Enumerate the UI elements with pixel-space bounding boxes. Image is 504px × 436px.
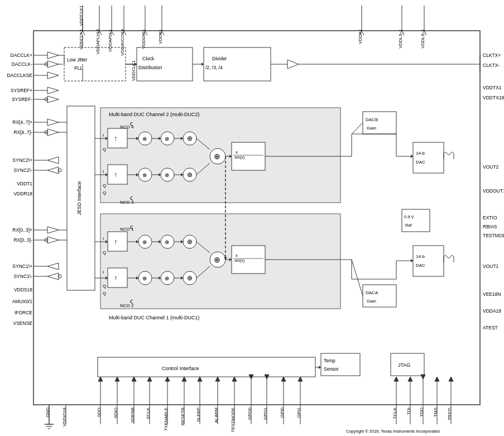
svg-text:⊕: ⊕ xyxy=(187,171,193,179)
svg-text:⊕: ⊕ xyxy=(187,135,193,142)
svg-rect-181 xyxy=(321,353,360,376)
pin-gpi1: GPI1 xyxy=(296,407,301,418)
pin-sync2-plus: SYNC2\+ xyxy=(12,157,32,163)
pin-gnd: GND xyxy=(45,408,50,418)
pin-sync1-minus: SYNC1\- xyxy=(13,274,32,279)
pin-vee18n: VEE18N xyxy=(483,291,501,297)
svg-text:Q: Q xyxy=(103,147,106,152)
dac14b-top-label2: DAC xyxy=(416,160,425,165)
pin-vsense: VSENSE xyxy=(13,320,33,326)
pin-vout2: VOUT2 xyxy=(483,164,499,170)
svg-text:Q: Q xyxy=(103,291,106,296)
pin-vdds18: VDDS18 xyxy=(14,287,32,293)
pin-vdda18: VDDA18 xyxy=(483,308,501,314)
ref-09v-label1: 0.9 V xyxy=(404,214,414,219)
svg-rect-96 xyxy=(108,128,127,148)
pin-rbias: RBIAS xyxy=(483,224,497,229)
svg-text:VDDAPLL1: VDDAPLL1 xyxy=(108,28,113,51)
dacb-gain-label: DACB xyxy=(366,117,378,122)
pin-dacclkse: DACCLKSE xyxy=(7,73,32,78)
control-interface-label: Control Interface xyxy=(162,366,199,371)
pin-clktx-minus: CLKTX- xyxy=(483,63,500,68)
duc2-title: Multi-band DUC Channel 2 (multi-DUC2) xyxy=(109,112,200,117)
svg-text:Q: Q xyxy=(103,183,106,188)
svg-rect-123 xyxy=(108,268,127,288)
svg-text:ς: ς xyxy=(130,223,133,230)
svg-text:I: I xyxy=(103,133,104,138)
pin-tdo: TDO xyxy=(419,408,424,417)
svg-rect-180 xyxy=(98,357,315,377)
pin-vddtx1: VDDTX1 xyxy=(483,85,502,90)
svg-text:VDDCLK1: VDDCLK1 xyxy=(131,60,136,81)
pin-testmode-bot: TESTMODE xyxy=(231,408,236,432)
svg-text:I: I xyxy=(103,169,104,174)
pin-rx47-minus: RX[4..7]- xyxy=(13,130,32,135)
sinx-top-label: x xyxy=(236,150,238,155)
svg-text:⊕: ⊕ xyxy=(214,152,220,161)
svg-text:ς: ς xyxy=(130,298,133,304)
svg-text:Gain: Gain xyxy=(367,299,376,304)
pin-sdo: SDO xyxy=(97,408,102,417)
pin-vddio18: VDDIO18 xyxy=(62,407,67,427)
svg-text:↑: ↑ xyxy=(114,274,117,282)
svg-text:Q: Q xyxy=(103,284,106,289)
pin-gpi0: GPI0 xyxy=(280,407,285,418)
svg-rect-98 xyxy=(108,165,127,184)
svg-text:Q: Q xyxy=(103,190,106,195)
pin-testmode: TESTMODE xyxy=(483,233,504,238)
svg-text:I: I xyxy=(103,236,104,241)
divider-label2: /2, /3, /4 xyxy=(205,65,223,70)
pin-vddout18: VDDOUT18 xyxy=(483,188,504,194)
pin-tms: TMS xyxy=(433,408,438,417)
pin-rx03-minus: RX[0..3]- xyxy=(13,237,32,243)
daca-gain-label: DACA xyxy=(366,290,378,295)
svg-text:↑: ↑ xyxy=(114,171,117,179)
pin-sclk: SCLK xyxy=(146,407,151,419)
svg-text:⊗: ⊗ xyxy=(142,275,147,281)
dac14b-top-label1: 14-b xyxy=(416,151,425,156)
pin-sysref-plus: SYSREF+ xyxy=(11,88,32,93)
svg-text:VDDAPLL18: VDDAPLL18 xyxy=(95,28,100,54)
pin-sdio: SDIO xyxy=(113,408,118,419)
svg-text:⊗: ⊗ xyxy=(142,172,147,178)
pin-amux: AMUX0/1 xyxy=(12,299,33,304)
dac14b-bot-label2: DAC xyxy=(416,263,425,268)
svg-text:⊗: ⊗ xyxy=(165,275,169,281)
pin-sync2-minus: SYNC2\- xyxy=(13,167,32,173)
svg-text:I: I xyxy=(103,270,104,275)
svg-text:ς: ς xyxy=(130,120,133,127)
jesd-label: JESD Interface xyxy=(76,181,82,215)
svg-text:⊕: ⊕ xyxy=(187,274,193,282)
svg-text:⊗: ⊗ xyxy=(142,239,147,245)
pin-tdi: TDI xyxy=(406,408,411,415)
pin-alarm: ALARM xyxy=(214,408,219,423)
pin-vddr18: VDDR18 xyxy=(13,191,32,197)
svg-rect-155 xyxy=(363,112,396,134)
copyright: Copyright © 2016, Texas Instruments Inco… xyxy=(346,429,440,434)
svg-text:⊗: ⊗ xyxy=(142,136,147,142)
temp-sensor-label1: Temp xyxy=(324,358,335,363)
svg-text:⊕: ⊕ xyxy=(187,238,193,246)
pin-gpo0: GPO0 xyxy=(247,407,252,420)
svg-rect-163 xyxy=(363,285,396,307)
svg-text:Gain: Gain xyxy=(367,126,376,131)
duc1-title: Multi-band DUC Channel 1 (multi-DUC1) xyxy=(109,315,200,320)
pin-sleep: SLEEP xyxy=(196,408,201,422)
pin-txenable: TXENABLE xyxy=(164,408,169,431)
pin-iforce: IFORCE xyxy=(15,310,32,315)
svg-text:⊗: ⊗ xyxy=(165,172,169,178)
clock-dist-label1: Clock xyxy=(142,56,155,61)
pll-label: PLL xyxy=(74,65,83,71)
svg-text:VDDCLK1: VDDCLK1 xyxy=(79,5,84,26)
sinx-bot-label: x xyxy=(236,253,238,258)
pin-rx47-plus: RX[4..7]+ xyxy=(12,119,32,125)
pin-dacclk-plus: DACCLK+ xyxy=(11,52,32,58)
diagram-container: VDDCLK1 VDDCLK1 VDDCLK1 VDDAPLL18 VDDAPL… xyxy=(0,0,504,436)
pin-rx03-plus: RX[0..3]+ xyxy=(12,227,32,233)
svg-text:⊗: ⊗ xyxy=(165,239,169,245)
temp-sensor-label2: Sensor xyxy=(324,366,339,372)
svg-rect-157 xyxy=(413,142,444,173)
pin-extio: EXTIO xyxy=(483,215,497,221)
pin-tclk: TCLK xyxy=(392,407,397,419)
svg-text:VDDAVCO18: VDDAVCO18 xyxy=(120,28,125,55)
